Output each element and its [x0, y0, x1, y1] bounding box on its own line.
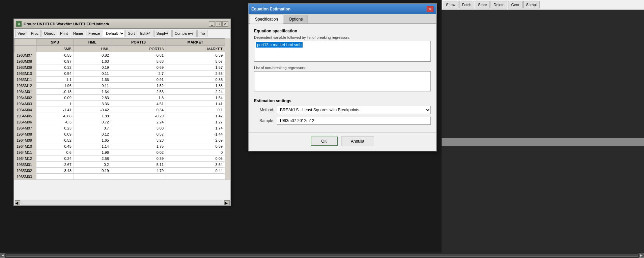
- date-cell: 1963M12: [15, 83, 36, 89]
- store-button[interactable]: Store: [475, 1, 490, 8]
- freeze-button[interactable]: Freeze: [86, 30, 102, 37]
- market-cell: 1.74: [166, 125, 225, 131]
- table-row: 1964M03 1 3.36 4.51 1.41: [15, 101, 230, 107]
- sampl-button[interactable]: Sampl: [523, 1, 540, 8]
- smb-cell: -1.96: [36, 83, 74, 89]
- smpl-button[interactable]: Smpl+/-: [154, 30, 172, 37]
- fetch-button[interactable]: Fetch: [459, 1, 475, 8]
- sample-input[interactable]: [277, 117, 431, 125]
- edit-button[interactable]: Edit+/-: [138, 30, 153, 37]
- port13-cell: -0.91: [111, 77, 166, 83]
- object-button[interactable]: Object: [41, 30, 57, 37]
- market-cell: 5.07: [166, 58, 225, 64]
- scroll-spacer: [225, 119, 230, 125]
- cancel-button[interactable]: Annulla: [341, 137, 374, 146]
- smb-cell: -0.55: [36, 52, 74, 58]
- market-cell: -0.85: [166, 77, 225, 83]
- dep-var-highlighted[interactable]: port13 c market hml smb: [256, 42, 303, 48]
- eq-settings: Estimation settings Method: BREAKLS - Le…: [254, 98, 431, 125]
- market-cell: 0: [166, 149, 225, 155]
- sort-button[interactable]: Sort: [125, 30, 137, 37]
- hml-cell: -0.11: [74, 70, 111, 77]
- print-button[interactable]: Print: [58, 30, 70, 37]
- tab-specification[interactable]: Specification: [250, 15, 283, 24]
- scroll-spacer: [225, 174, 230, 180]
- port13-cell: 0.57: [111, 131, 166, 137]
- smb-cell: 3.48: [36, 168, 74, 174]
- smb-cell: -0.32: [36, 64, 74, 70]
- port13-cell: 5.11: [111, 162, 166, 168]
- hml-cell: 1.63: [74, 58, 111, 64]
- table-row: 1963M12 -1.96 -0.11 1.52 1.83: [15, 83, 230, 89]
- date-cell: 1965M01: [15, 162, 36, 168]
- scroll-spacer: [225, 58, 230, 64]
- group-title-text: Group: UNTITLED Workfile: UNTITLED::Unti…: [24, 22, 109, 26]
- smb-cell: -1.1: [36, 77, 74, 83]
- hml-cell: 0.72: [74, 119, 111, 125]
- eq-close-button[interactable]: ✕: [427, 6, 433, 12]
- bottom-scrollbar[interactable]: ◀ ▶: [14, 200, 230, 205]
- scroll-spacer: [225, 113, 230, 119]
- hml-cell: 1.14: [74, 143, 111, 149]
- view-button[interactable]: View: [15, 30, 28, 37]
- market-cell: 1.41: [166, 101, 225, 107]
- date-cell: 1965M03: [15, 174, 36, 180]
- date-cell: 1964M04: [15, 107, 36, 113]
- genr-button[interactable]: Genr: [508, 1, 522, 8]
- smb-cell: -0.3: [36, 119, 74, 125]
- close-button[interactable]: ✕: [222, 21, 228, 27]
- scroll-spacer: [225, 64, 230, 70]
- eq-content: Equation specification Dependent variabl…: [249, 24, 436, 132]
- right-panel-toolbar: Show Fetch Store Delete Genr Sampl: [442, 0, 644, 10]
- scroll-spacer: [225, 137, 230, 143]
- eq-dialog: Equation Estimation ✕ Specification Opti…: [248, 3, 437, 151]
- scroll-spacer: [225, 131, 230, 137]
- market-cell: -1.44: [166, 131, 225, 137]
- delete-button[interactable]: Delete: [491, 1, 507, 8]
- tab-options[interactable]: Options: [284, 15, 308, 23]
- col-smb-header: SMB: [36, 39, 74, 46]
- hml-cell: -1.96: [74, 149, 111, 155]
- date-cell: 1964M12: [15, 155, 36, 162]
- table-row: 1963M09 -0.32 0.19 -0.69 -1.57: [15, 64, 230, 70]
- hml-cell: 1.88: [74, 113, 111, 119]
- show-button[interactable]: Show: [443, 1, 458, 8]
- hml-cell: -0.82: [74, 52, 111, 58]
- default-dropdown[interactable]: Default: [103, 30, 125, 37]
- port13-cell: 1.8: [111, 95, 166, 101]
- table-row: 1964M11 0.6 -1.96 -0.02 0: [15, 149, 230, 155]
- scroll-spacer: [225, 162, 230, 168]
- maximize-button[interactable]: □: [216, 21, 222, 27]
- hml-cell: 1.66: [74, 77, 111, 83]
- scroll-spacer: [225, 77, 230, 83]
- tra-button[interactable]: Tra: [197, 30, 207, 37]
- smb-cell: 0.6: [36, 149, 74, 155]
- scroll-col: [225, 39, 230, 46]
- name-button[interactable]: Name: [71, 30, 85, 37]
- compare-button[interactable]: Compare+/-: [172, 30, 197, 37]
- data-table: SMB HML PORT13 MARKET SMB HML PORT13 MAR…: [14, 38, 230, 180]
- smb-cell: -0.54: [36, 70, 74, 77]
- scroll-spacer: [225, 168, 230, 174]
- gray-area: [442, 138, 644, 146]
- port13-cell: -0.02: [111, 149, 166, 155]
- proc-button[interactable]: Proc: [29, 30, 41, 37]
- non-break-input[interactable]: [254, 71, 431, 91]
- market-cell: 0.44: [166, 168, 225, 174]
- table-row: 1964M08 0.09 0.12 0.57 -1.44: [15, 131, 230, 137]
- table-row: 1963M08 -0.97 1.63 5.63 5.07: [15, 58, 230, 64]
- hml-cell: 2.83: [74, 95, 111, 101]
- hml-cell: 3.36: [74, 101, 111, 107]
- data-table-container[interactable]: SMB HML PORT13 MARKET SMB HML PORT13 MAR…: [14, 38, 230, 196]
- group-window-titlebar: G Group: UNTITLED Workfile: UNTITLED::Un…: [14, 19, 230, 29]
- minimize-button[interactable]: _: [209, 21, 215, 27]
- hml-cell: 1.64: [74, 89, 111, 95]
- method-select[interactable]: BREAKLS - Least Squares with Breakpoints: [277, 106, 431, 114]
- port13-cell: -0.29: [111, 113, 166, 119]
- group-window: G Group: UNTITLED Workfile: UNTITLED::Un…: [13, 19, 231, 206]
- ok-button[interactable]: OK: [311, 137, 338, 146]
- smb-cell: -1.41: [36, 107, 74, 113]
- hml-cell: 0.7: [74, 125, 111, 131]
- window-controls: _ □ ✕: [209, 21, 228, 27]
- port13-cell: -0.81: [111, 52, 166, 58]
